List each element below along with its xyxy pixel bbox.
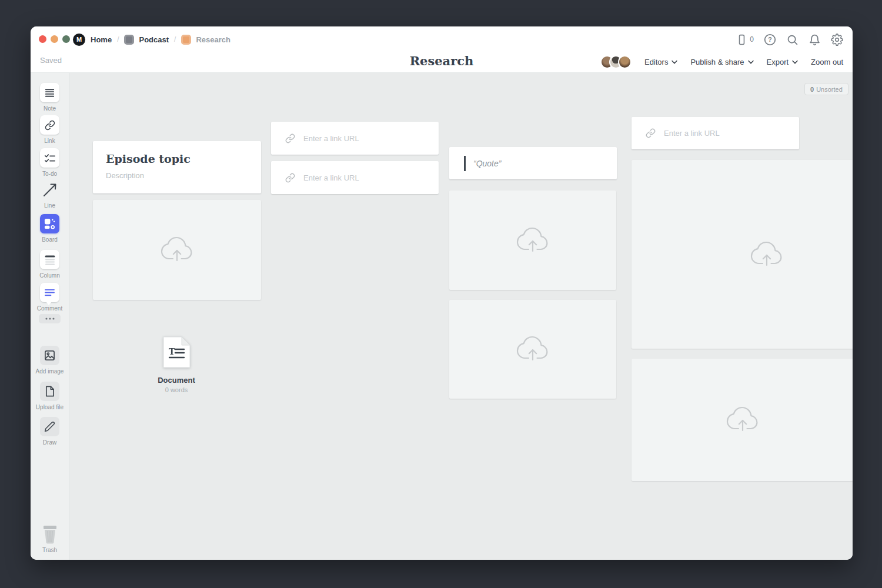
tool-draw[interactable]: Draw: [31, 417, 69, 446]
more-tools-button[interactable]: [39, 314, 61, 323]
mobile-sync-button[interactable]: 0: [736, 34, 754, 45]
breadcrumb-research-label: Research: [196, 35, 230, 44]
app-window: M Home / Podcast / Research 0: [31, 26, 853, 560]
pencil-icon: [44, 421, 55, 432]
image-upload-placeholder[interactable]: [632, 160, 853, 349]
tool-draw-label: Draw: [43, 439, 56, 446]
document-card[interactable]: T Document 0 words: [141, 336, 212, 393]
avatar: [618, 55, 632, 69]
cloud-upload-icon: [514, 226, 552, 255]
link-card[interactable]: Enter a link URL: [632, 117, 799, 149]
quote-card[interactable]: “Quote”: [449, 147, 617, 179]
export-label: Export: [767, 58, 789, 66]
add-image-icon: [44, 350, 55, 361]
chevron-down-icon: [792, 60, 798, 64]
settings-button[interactable]: [831, 34, 843, 46]
trash-target[interactable]: Trash: [31, 524, 69, 553]
editors-dropdown[interactable]: Editors: [644, 58, 677, 66]
note-card-title[interactable]: Episode topic: [106, 152, 248, 165]
document-label: Document: [141, 376, 212, 385]
tool-board-label: Board: [42, 236, 58, 243]
quote-placeholder[interactable]: “Quote”: [473, 159, 501, 168]
board-canvas[interactable]: 0 Unsorted Episode topic Description Ent…: [69, 73, 853, 560]
tool-add-image[interactable]: Add image: [31, 346, 69, 375]
image-upload-placeholder[interactable]: [449, 191, 616, 290]
ellipsis-icon: [45, 318, 55, 320]
tool-link-label: Link: [44, 138, 55, 144]
chevron-down-icon: [671, 60, 677, 64]
zoom-out-button[interactable]: Zoom out: [811, 58, 843, 66]
help-button[interactable]: ?: [764, 34, 776, 46]
note-card-description-placeholder[interactable]: Description: [106, 171, 248, 180]
tool-todo[interactable]: To-do: [31, 148, 69, 177]
text-cursor-bar: [464, 156, 466, 171]
close-window-button[interactable]: [39, 35, 46, 43]
search-button[interactable]: [786, 34, 799, 46]
chain-icon: [646, 128, 656, 138]
notifications-button[interactable]: [808, 34, 821, 46]
editors-label: Editors: [644, 58, 668, 66]
tool-comment-label: Comment: [37, 305, 62, 312]
chain-icon: [285, 173, 295, 183]
tool-line[interactable]: Line: [31, 180, 69, 209]
podcast-board-icon: [124, 35, 134, 45]
tool-note[interactable]: Note: [31, 83, 69, 112]
editor-avatars[interactable]: [600, 55, 632, 69]
help-icon: ?: [764, 34, 776, 46]
column-icon: [45, 255, 55, 265]
image-upload-placeholder[interactable]: [632, 359, 853, 481]
tool-column[interactable]: Column: [31, 250, 69, 279]
link-url-placeholder[interactable]: Enter a link URL: [303, 134, 359, 143]
header-actions: Editors Publish & share Export Zoom out: [600, 52, 843, 71]
titlebar: M Home / Podcast / Research 0: [31, 26, 853, 52]
cloud-upload-icon: [748, 240, 786, 269]
tool-link[interactable]: Link: [31, 115, 69, 144]
arrow-line-icon: [42, 182, 58, 198]
zoom-window-button[interactable]: [62, 35, 70, 43]
document-word-count: 0 words: [141, 386, 212, 393]
gear-icon: [831, 34, 843, 46]
topbar-icons: 0 ?: [736, 26, 843, 52]
window-controls: [39, 35, 70, 43]
note-card[interactable]: Episode topic Description: [93, 141, 261, 193]
zoom-out-label: Zoom out: [811, 58, 843, 66]
publish-share-label: Publish & share: [690, 58, 744, 66]
bell-icon: [808, 34, 821, 46]
tool-todo-label: To-do: [42, 171, 57, 177]
tool-upload-file[interactable]: Upload file: [31, 382, 69, 410]
unsorted-badge[interactable]: 0 Unsorted: [804, 83, 848, 95]
comment-icon: [44, 288, 55, 297]
milanote-logo-icon[interactable]: M: [73, 34, 85, 46]
trash-icon: [41, 524, 59, 544]
tool-board[interactable]: Board: [31, 214, 69, 243]
breadcrumb-separator: /: [117, 35, 119, 44]
breadcrumb-separator: /: [174, 35, 176, 44]
export-dropdown[interactable]: Export: [767, 58, 799, 66]
breadcrumb-home-label: Home: [91, 35, 112, 44]
svg-text:T: T: [169, 347, 175, 356]
link-card[interactable]: Enter a link URL: [271, 161, 439, 194]
breadcrumb-home[interactable]: Home: [91, 35, 112, 44]
document-file-icon: T: [163, 336, 191, 368]
image-upload-placeholder[interactable]: [449, 300, 616, 399]
file-icon: [45, 386, 55, 397]
tools-sidebar: Note Link To-do: [31, 73, 69, 560]
note-icon: [44, 87, 55, 98]
search-icon: [786, 34, 799, 46]
board-header: Saved Research Editors Publish & share E…: [31, 52, 853, 73]
link-url-placeholder[interactable]: Enter a link URL: [303, 173, 359, 182]
svg-text:?: ?: [768, 36, 771, 43]
phone-icon: [736, 34, 747, 45]
minimize-window-button[interactable]: [51, 35, 58, 43]
publish-share-dropdown[interactable]: Publish & share: [690, 58, 753, 66]
todo-icon: [44, 153, 56, 163]
breadcrumb-podcast[interactable]: Podcast: [124, 35, 169, 45]
link-card[interactable]: Enter a link URL: [271, 122, 439, 155]
breadcrumb-podcast-label: Podcast: [139, 35, 169, 44]
tool-comment[interactable]: Comment: [31, 283, 69, 312]
image-upload-placeholder[interactable]: [93, 200, 261, 300]
breadcrumb-research[interactable]: Research: [181, 35, 230, 45]
cloud-upload-icon: [514, 335, 552, 364]
link-url-placeholder[interactable]: Enter a link URL: [664, 129, 720, 138]
unsorted-label: Unsorted: [816, 86, 843, 93]
